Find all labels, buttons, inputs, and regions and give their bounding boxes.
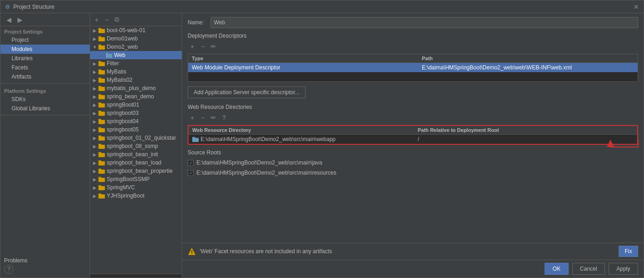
wr-add-button[interactable]: + bbox=[188, 113, 197, 122]
tree-item-springboot-bean-init[interactable]: ▶ springboot_bean_init bbox=[90, 150, 182, 159]
source-root-checkbox-0[interactable] bbox=[188, 160, 194, 166]
collapse-arrow: ▶ bbox=[92, 110, 98, 116]
tree-item-springboot-bean-load[interactable]: ▶ springboot_bean_load bbox=[90, 159, 182, 167]
folder-icon bbox=[98, 135, 105, 141]
sidebar-item-sdks[interactable]: SDKs bbox=[0, 95, 90, 104]
tree-item-springmvc[interactable]: ▶ SpringMVC bbox=[90, 183, 182, 192]
wr-remove-button[interactable]: − bbox=[198, 113, 207, 122]
tree-item-web[interactable]: Web bbox=[90, 51, 182, 59]
warning-icon-container: ! bbox=[188, 247, 196, 255]
tree-item-spring-bean-demo[interactable]: ▶ spring_bean_demo bbox=[90, 92, 182, 101]
collapse-arrow: ▶ bbox=[92, 119, 98, 124]
dd-add-button[interactable]: + bbox=[188, 42, 197, 51]
source-root-item-0: E:\daima\HMSpringBoot\Demo2_web\src\main… bbox=[188, 159, 638, 167]
tree-item-springboot04[interactable]: ▶ springboot04 bbox=[90, 117, 182, 125]
source-root-item-1: E:\daima\HMSpringBoot\Demo2_web\src\main… bbox=[188, 169, 638, 177]
collapse-arrow: ▶ bbox=[92, 135, 98, 141]
tree-item-mybatis[interactable]: ▶ MyBatis bbox=[90, 68, 182, 76]
tree-item-springbootssmp[interactable]: ▶ SpringBootSSMP bbox=[90, 175, 182, 183]
tree-item-mybatis02[interactable]: ▶ MyBatis02 bbox=[90, 76, 182, 84]
collapse-arrow: ▶ bbox=[92, 152, 98, 157]
sidebar-item-project[interactable]: Project bbox=[0, 35, 90, 45]
help-button[interactable]: ? bbox=[4, 265, 13, 274]
svg-rect-9 bbox=[98, 61, 101, 62]
add-descriptor-button[interactable]: Add Application Server specific descript… bbox=[188, 86, 305, 98]
sidebar-item-problems[interactable]: Problems bbox=[0, 255, 90, 267]
svg-rect-14 bbox=[98, 87, 105, 91]
dd-type-header: Type bbox=[188, 54, 418, 62]
dd-table: Type Path Web Module Deployment Descript… bbox=[188, 54, 638, 82]
tree-item-filter[interactable]: ▶ Filter bbox=[90, 59, 182, 68]
svg-rect-26 bbox=[98, 136, 105, 141]
wr-dir-header: Web Resource Directory bbox=[189, 126, 414, 134]
sidebar-item-modules[interactable]: Modules bbox=[0, 45, 90, 54]
collapse-arrow: ▶ bbox=[92, 193, 98, 199]
tree-item-springboot-quickstart[interactable]: ▶ springboot_01_02_quickstar bbox=[90, 134, 182, 142]
forward-button[interactable]: ▶ bbox=[15, 15, 24, 24]
back-button[interactable]: ◀ bbox=[4, 15, 13, 24]
sidebar-item-libraries[interactable]: Libraries bbox=[0, 54, 90, 63]
folder-icon bbox=[98, 110, 105, 116]
dd-remove-button[interactable]: − bbox=[198, 42, 207, 51]
close-button[interactable]: ✕ bbox=[632, 3, 640, 11]
dd-path-header: Path bbox=[418, 54, 638, 62]
tree-item-springboot01[interactable]: ▶ springBoot01 bbox=[90, 101, 182, 109]
tree-item-demo2web[interactable]: ▼ Demo2_web bbox=[90, 43, 182, 51]
wr-relpath-cell: / bbox=[414, 135, 637, 144]
apply-button[interactable]: Apply bbox=[609, 263, 638, 275]
tree-copy-button[interactable]: ⧉ bbox=[112, 15, 121, 24]
dd-edit-button[interactable]: ✏ bbox=[209, 42, 218, 51]
svg-rect-40 bbox=[98, 194, 105, 199]
svg-rect-30 bbox=[98, 153, 105, 157]
folder-icon bbox=[98, 44, 105, 50]
dd-table-row[interactable]: Web Module Deployment Descriptor E:\daim… bbox=[188, 63, 638, 72]
name-input[interactable] bbox=[211, 17, 638, 28]
svg-rect-3 bbox=[98, 36, 101, 38]
tree-item-springboot-bean-properties[interactable]: ▶ springboot_bean_propertie bbox=[90, 167, 182, 175]
svg-rect-39 bbox=[98, 185, 101, 187]
warning-text: 'Web' Facet resources are not included i… bbox=[200, 248, 615, 255]
svg-rect-10 bbox=[98, 70, 105, 74]
tree-item-mybatis-plus[interactable]: ▶ mybatis_plus_demo bbox=[90, 84, 182, 92]
dd-table-header: Type Path bbox=[188, 54, 638, 63]
svg-rect-2 bbox=[98, 37, 105, 41]
svg-rect-20 bbox=[98, 112, 105, 116]
dd-toolbar: + − ✏ bbox=[188, 42, 638, 51]
svg-rect-27 bbox=[98, 136, 101, 137]
svg-rect-0 bbox=[98, 29, 105, 33]
sidebar-item-facets[interactable]: Facets bbox=[0, 63, 90, 72]
tree-item-springboot05[interactable]: ▶ springboot05 bbox=[90, 125, 182, 134]
folder-icon bbox=[98, 85, 105, 91]
svg-rect-13 bbox=[98, 78, 101, 79]
source-root-checkbox-1[interactable] bbox=[188, 170, 194, 176]
ok-button[interactable]: OK bbox=[545, 263, 568, 275]
tree-scrollbar[interactable] bbox=[90, 274, 182, 278]
sidebar-item-artifacts[interactable]: Artifacts bbox=[0, 72, 90, 81]
main-content: Name: Deployment Descriptors + − ✏ Type … bbox=[182, 13, 644, 278]
tree-item-demo01web[interactable]: ▶ Demo01web bbox=[90, 34, 182, 43]
fix-button[interactable]: Fix bbox=[619, 246, 638, 257]
svg-rect-12 bbox=[98, 79, 105, 83]
wr-table-row[interactable]: E:\daima\HMSpringBoot\Demo2_web\src\main… bbox=[189, 135, 637, 144]
tree-item-yjhspringboot[interactable]: ▶ YJHSpringBoot bbox=[90, 192, 182, 200]
add-descriptor-row: Add Application Server specific descript… bbox=[188, 86, 638, 98]
tree-item-springboot-ssmp[interactable]: ▶ springboot_08_ssmp bbox=[90, 142, 182, 150]
wr-table-container: Web Resource Directory Path Relative to … bbox=[188, 125, 638, 145]
name-label: Name: bbox=[188, 19, 211, 26]
tree-item-boot05web01[interactable]: ▶ boot-05-web-01 bbox=[90, 26, 182, 34]
window-icon: ⚙ bbox=[4, 4, 11, 10]
sidebar-item-global-libraries[interactable]: Global Libraries bbox=[0, 104, 90, 113]
wr-edit-button[interactable]: ✏ bbox=[209, 113, 218, 122]
svg-rect-15 bbox=[98, 86, 101, 87]
folder-icon bbox=[98, 60, 105, 67]
svg-rect-34 bbox=[98, 170, 105, 174]
collapse-arrow: ▶ bbox=[92, 69, 98, 74]
tree-add-button[interactable]: + bbox=[92, 15, 101, 24]
tree-remove-button[interactable]: − bbox=[102, 15, 111, 24]
svg-rect-8 bbox=[98, 62, 105, 66]
tree-item-springboot03[interactable]: ▶ springboot03 bbox=[90, 109, 182, 117]
folder-icon bbox=[98, 118, 105, 125]
wr-path-header: Path Relative to Deployment Root bbox=[414, 126, 637, 134]
cancel-button[interactable]: Cancel bbox=[572, 263, 605, 275]
wr-help-button[interactable]: ? bbox=[219, 113, 229, 122]
